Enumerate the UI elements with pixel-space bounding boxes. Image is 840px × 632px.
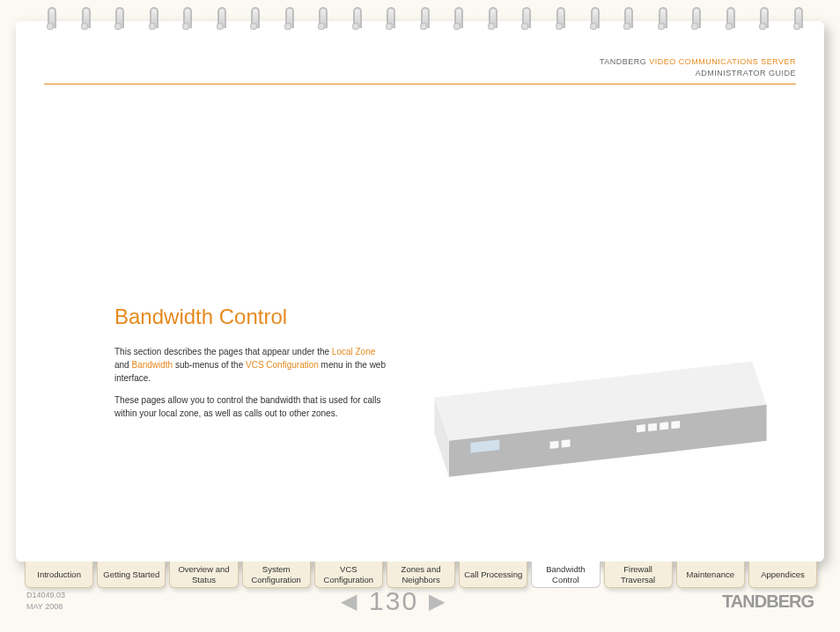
spiral-binding — [25, 7, 822, 42]
link-local-zone[interactable]: Local Zone — [332, 347, 375, 356]
tab-system-configuration[interactable]: System Configuration — [242, 562, 311, 588]
chapter-tabs: IntroductionGetting StartedOverview and … — [25, 562, 817, 588]
tab-call-processing[interactable]: Call Processing — [459, 562, 527, 588]
tab-zones-and-neighbors[interactable]: Zones and Neighbors — [387, 562, 455, 588]
next-page-arrow[interactable]: ▶ — [429, 589, 446, 614]
intro-paragraph-1: This section describes the pages that ap… — [114, 345, 387, 385]
svg-rect-9 — [671, 421, 680, 429]
page-footer: D14049.03 MAY 2008 ◀ 130 ▶ TANDBERG — [26, 586, 814, 616]
footer-logo: TANDBERG — [722, 592, 814, 612]
page-header: TANDBERG VIDEO COMMUNICATIONS SERVER ADM… — [44, 56, 796, 78]
page-title: Bandwidth Control — [114, 305, 387, 329]
tab-appendices[interactable]: Appendices — [748, 562, 817, 588]
tab-maintenance[interactable]: Maintenance — [676, 562, 745, 588]
prev-page-arrow[interactable]: ◀ — [341, 589, 358, 614]
svg-rect-8 — [659, 423, 668, 430]
tab-firewall-traversal[interactable]: Firewall Traversal — [604, 562, 673, 588]
intro-paragraph-2: These pages allow you to control the ban… — [114, 393, 387, 420]
header-subtitle: ADMINISTRATOR GUIDE — [44, 68, 796, 79]
svg-rect-4 — [550, 441, 559, 449]
tab-introduction[interactable]: Introduction — [25, 562, 93, 588]
svg-rect-6 — [637, 424, 645, 432]
tab-overview-and-status[interactable]: Overview and Status — [169, 562, 238, 588]
header-rule — [44, 84, 796, 85]
page-sheet: TANDBERG VIDEO COMMUNICATIONS SERVER ADM… — [16, 21, 824, 562]
link-vcs-configuration[interactable]: VCS Configuration — [246, 360, 319, 370]
doc-date: MAY 2008 — [26, 601, 65, 613]
page-number: 130 — [369, 586, 418, 616]
device-illustration — [405, 340, 796, 484]
svg-rect-7 — [648, 423, 657, 431]
header-brand: TANDBERG — [600, 57, 646, 66]
tab-bandwidth-control[interactable]: Bandwidth Control — [531, 562, 600, 588]
tab-vcs-configuration[interactable]: VCS Configuration — [314, 562, 383, 588]
doc-id: D14049.03 — [26, 590, 65, 601]
svg-rect-5 — [562, 439, 571, 447]
header-product: VIDEO COMMUNICATIONS SERVER — [649, 57, 796, 66]
tab-getting-started[interactable]: Getting Started — [97, 562, 166, 588]
link-bandwidth[interactable]: Bandwidth — [131, 360, 173, 370]
